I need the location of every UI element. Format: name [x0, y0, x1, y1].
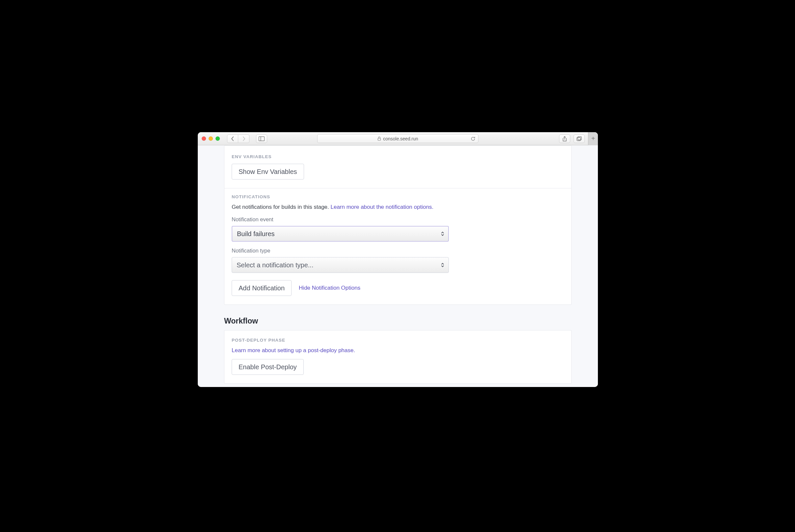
page-content[interactable]: ENV VARIABLES Show Env Variables NOTIFIC… [198, 145, 598, 387]
browser-window: console.seed.run + ENV VARIABLES S [198, 132, 598, 387]
svg-rect-2 [378, 138, 381, 141]
sidebar-toggle-button[interactable] [256, 134, 267, 143]
share-button[interactable] [559, 134, 570, 143]
notifications-description-text: Get notifications for builds in this sta… [232, 204, 331, 210]
reload-icon[interactable] [470, 136, 476, 141]
titlebar-right-controls: + [559, 132, 594, 145]
notification-event-select-wrap: Build failures [232, 226, 449, 242]
post-deploy-description: Learn more about setting up a post-deplo… [232, 347, 564, 354]
workflow-card: POST-DEPLOY PHASE Learn more about setti… [224, 330, 572, 384]
notification-type-label: Notification type [232, 248, 564, 254]
notification-event-select[interactable]: Build failures [232, 226, 449, 242]
settings-card: ENV VARIABLES Show Env Variables NOTIFIC… [224, 145, 572, 305]
post-deploy-learn-more-link[interactable]: Learn more about setting up a post-deplo… [232, 347, 355, 354]
env-variables-heading: ENV VARIABLES [232, 146, 564, 159]
tabs-overview-button[interactable] [574, 134, 585, 143]
notifications-description: Get notifications for builds in this sta… [232, 204, 564, 210]
notification-type-select[interactable]: Select a notification type... [232, 257, 449, 273]
divider [224, 188, 571, 188]
hide-notification-options-link[interactable]: Hide Notification Options [299, 285, 360, 291]
minimize-window-button[interactable] [209, 136, 213, 141]
notifications-learn-more-link[interactable]: Learn more about the notification option… [331, 204, 434, 210]
svg-rect-0 [259, 136, 264, 141]
address-bar[interactable]: console.seed.run [317, 134, 478, 143]
enable-post-deploy-button[interactable]: Enable Post-Deploy [232, 359, 304, 375]
zoom-window-button[interactable] [216, 136, 220, 141]
svg-rect-4 [578, 136, 581, 140]
forward-button[interactable] [238, 134, 249, 143]
workflow-heading: Workflow [224, 317, 572, 325]
close-window-button[interactable] [202, 136, 206, 141]
back-button[interactable] [227, 134, 238, 143]
svg-rect-3 [577, 137, 580, 141]
window-controls [202, 136, 220, 141]
nav-back-forward [227, 134, 249, 143]
notifications-heading: NOTIFICATIONS [232, 194, 564, 199]
post-deploy-phase-heading: POST-DEPLOY PHASE [232, 338, 564, 343]
show-env-variables-button[interactable]: Show Env Variables [232, 164, 304, 179]
notification-type-select-wrap: Select a notification type... [232, 257, 449, 273]
browser-titlebar: console.seed.run + [198, 132, 598, 145]
new-tab-button[interactable]: + [588, 132, 598, 145]
address-host: console.seed.run [383, 136, 418, 141]
add-notification-button[interactable]: Add Notification [232, 280, 292, 296]
notification-actions: Add Notification Hide Notification Optio… [232, 280, 564, 296]
lock-icon [377, 136, 381, 141]
notification-event-label: Notification event [232, 216, 564, 223]
